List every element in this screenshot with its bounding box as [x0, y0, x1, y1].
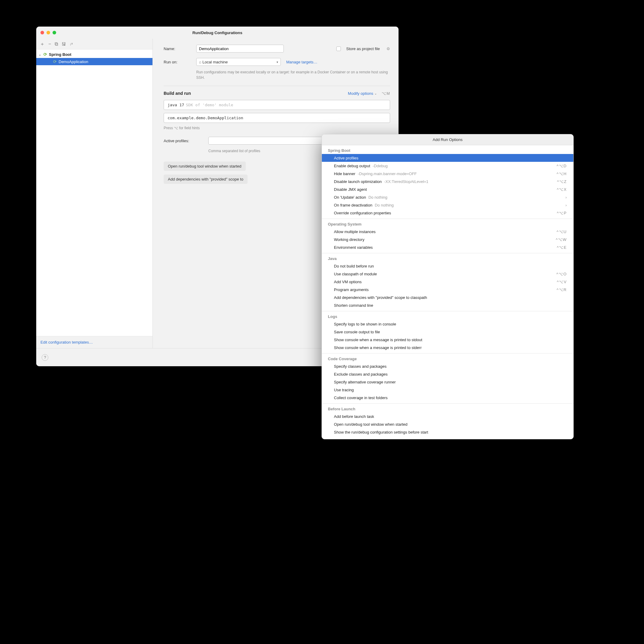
- popup-item[interactable]: Working directory^⌥W: [322, 235, 573, 243]
- tree-node-spring-boot[interactable]: ⌄ ⟳ Spring Boot: [36, 51, 152, 58]
- popup-item-label: Use classpath of module: [334, 272, 377, 276]
- popup-item-sublabel: Do nothing: [368, 195, 387, 200]
- popup-item[interactable]: Hide banner-Dspring.main.banner-mode=OFF…: [322, 170, 573, 178]
- popup-item-shortcut: ^⌥W: [556, 237, 567, 242]
- popup-item[interactable]: Specify classes and packages: [322, 362, 573, 370]
- popup-item[interactable]: Disable launch optimization-XX:TieredSto…: [322, 178, 573, 185]
- chevron-right-icon: ›: [566, 203, 567, 207]
- popup-item-shortcut: ^⌥R: [557, 287, 567, 292]
- manage-targets-link[interactable]: Manage targets…: [286, 60, 317, 64]
- popup-item-label: Show console when a message is printed t…: [334, 338, 422, 342]
- maximize-icon[interactable]: [53, 31, 56, 34]
- popup-item-label: Disable JMX agent: [334, 187, 367, 192]
- popup-item-label: Show console when a message is printed t…: [334, 345, 422, 350]
- edit-templates-link[interactable]: Edit configuration templates…: [36, 336, 152, 348]
- name-input[interactable]: [196, 45, 284, 53]
- tree-label: DemoApplication: [59, 59, 88, 64]
- popup-item-sublabel: -XX:TieredStopAtLevel=1: [384, 179, 428, 184]
- sidebar: ＋ − ⧉ 🖫 ↓ª ⌄ ⟳ Spring Boot ⟳ DemoApplica…: [36, 39, 153, 348]
- popup-item[interactable]: Program arguments^⌥R: [322, 286, 573, 293]
- add-icon[interactable]: ＋: [40, 42, 45, 46]
- modify-options-link[interactable]: Modify options: [348, 91, 373, 96]
- chevron-down-icon: ⌄: [39, 53, 42, 56]
- popup-item[interactable]: Add before launch task: [322, 412, 573, 420]
- sort-icon[interactable]: ↓ª: [69, 42, 72, 46]
- chip-add-dependencies[interactable]: Add dependencies with "provided" scope t…: [164, 175, 248, 184]
- popup-item-label: Add VM options: [334, 280, 362, 284]
- popup-item[interactable]: Open run/debug tool window when started: [322, 420, 573, 428]
- popup-item[interactable]: Show console when a message is printed t…: [322, 344, 573, 351]
- popup-item[interactable]: On frame deactivationDo nothing›: [322, 201, 573, 209]
- popup-item[interactable]: Collect coverage in test folders: [322, 394, 573, 402]
- tree-node-demo-application[interactable]: ⟳ DemoApplication: [36, 58, 152, 65]
- popup-item-label: Disable launch optimization: [334, 179, 382, 184]
- field-hint: Press ⌥ for field hints: [164, 126, 390, 130]
- popup-item[interactable]: Specify logs to be shown in console: [322, 320, 573, 328]
- mainclass-field[interactable]: com.example.demo.DemoApplication: [164, 113, 390, 123]
- popup-item[interactable]: Save console output to file: [322, 328, 573, 336]
- popup-group: Code Coverage: [322, 353, 573, 362]
- gear-icon[interactable]: ⚙: [386, 46, 390, 51]
- popup-item[interactable]: Override configuration properties^⌥P: [322, 209, 573, 217]
- popup-item-label: Override configuration properties: [334, 211, 391, 215]
- popup-item-label: Exclude classes and packages: [334, 372, 388, 376]
- popup-item[interactable]: Shorten command line: [322, 301, 573, 309]
- popup-item-label: Add before launch task: [334, 414, 374, 419]
- popup-item-label: Environment variables: [334, 245, 373, 250]
- popup-item-label: Show the run/debug configuration setting…: [334, 430, 428, 434]
- popup-item-shortcut: ^⌥E: [557, 245, 567, 250]
- help-button[interactable]: ?: [42, 354, 48, 361]
- popup-item[interactable]: Disable JMX agent^⌥X: [322, 185, 573, 193]
- popup-item[interactable]: Show console when a message is printed t…: [322, 336, 573, 344]
- popup-item[interactable]: Add dependencies with "provided" scope t…: [322, 293, 573, 301]
- popup-item[interactable]: Exclude classes and packages: [322, 370, 573, 378]
- popup-group: Spring Boot: [322, 145, 573, 154]
- popup-item[interactable]: Active profiles: [322, 154, 573, 162]
- window-title: Run/Debug Configurations: [36, 30, 399, 35]
- titlebar: Run/Debug Configurations: [36, 27, 399, 39]
- popup-item[interactable]: Do not build before run: [322, 262, 573, 270]
- store-project-checkbox[interactable]: [336, 46, 341, 51]
- popup-item-label: Shorten command line: [334, 303, 373, 308]
- runon-select[interactable]: ⌂ Local machine ▾: [196, 58, 281, 66]
- popup-item[interactable]: Show the run/debug configuration setting…: [322, 428, 573, 436]
- popup-item[interactable]: Enable debug output-Ddebug^⌥D: [322, 162, 573, 170]
- popup-item-label: Allow multiple instances: [334, 229, 376, 234]
- runon-label: Run on:: [164, 60, 191, 64]
- copy-icon[interactable]: ⧉: [55, 42, 58, 46]
- modify-shortcut: ⌥M: [382, 91, 390, 96]
- sdk-value: java 17: [168, 103, 184, 107]
- popup-item[interactable]: Add VM options^⌥V: [322, 278, 573, 286]
- popup-item[interactable]: Allow multiple instances^⌥U: [322, 228, 573, 235]
- chevron-down-icon: ▾: [277, 60, 278, 64]
- popup-item-label: Enable debug output: [334, 164, 370, 168]
- save-template-icon[interactable]: 🖫: [62, 42, 66, 46]
- popup-item-shortcut: ^⌥U: [557, 229, 567, 234]
- popup-title: Add Run Options: [322, 134, 573, 145]
- popup-item-label: On frame deactivation: [334, 203, 372, 207]
- add-run-options-popup: Add Run Options Spring BootActive profil…: [322, 134, 574, 439]
- sdk-placeholder: SDK of 'demo' module: [186, 103, 233, 107]
- popup-item-sublabel: Do nothing: [375, 203, 394, 207]
- active-profiles-label: Active profiles:: [164, 139, 203, 143]
- mainclass-value: com.example.demo.DemoApplication: [168, 116, 243, 120]
- popup-item[interactable]: Use tracing: [322, 386, 573, 394]
- popup-item[interactable]: Use classpath of module^⌥O: [322, 270, 573, 278]
- remove-icon[interactable]: −: [48, 42, 51, 46]
- minimize-icon[interactable]: [46, 31, 50, 34]
- sdk-field[interactable]: java 17 SDK of 'demo' module: [164, 100, 390, 110]
- popup-item-sublabel: -Ddebug: [373, 164, 388, 168]
- chip-open-tool-window[interactable]: Open run/debug tool window when started: [164, 162, 246, 171]
- popup-item[interactable]: On 'Update' actionDo nothing›: [322, 193, 573, 201]
- sidebar-toolbar: ＋ − ⧉ 🖫 ↓ª: [36, 39, 152, 50]
- window-controls: [40, 31, 56, 34]
- store-project-label: Store as project file: [346, 46, 380, 51]
- popup-item-label: Open run/debug tool window when started: [334, 422, 408, 427]
- spring-icon: ⟳: [43, 52, 47, 57]
- popup-item[interactable]: Environment variables^⌥E: [322, 243, 573, 251]
- popup-group: Java: [322, 253, 573, 262]
- home-icon: ⌂: [199, 60, 201, 64]
- close-icon[interactable]: [40, 31, 44, 34]
- popup-item[interactable]: Specify alternative coverage runner: [322, 378, 573, 386]
- popup-item-shortcut: ^⌥V: [557, 280, 567, 284]
